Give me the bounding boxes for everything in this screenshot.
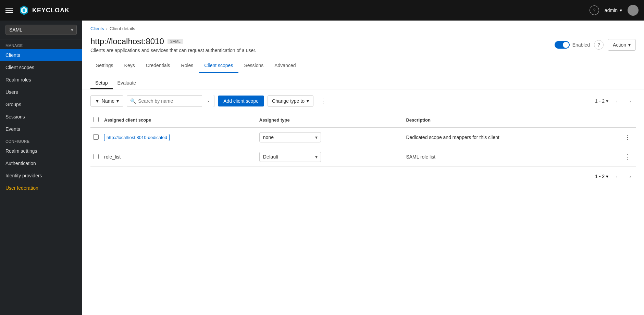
col-type-header: Assigned type: [257, 113, 404, 128]
realm-selector[interactable]: SAML: [0, 21, 82, 39]
help-icon[interactable]: ?: [590, 5, 599, 15]
tab-roles[interactable]: Roles: [176, 59, 199, 73]
sidebar-item-realm-roles[interactable]: Realm roles: [0, 74, 82, 86]
sidebar-item-user-federation-label: User federation: [5, 185, 38, 191]
sidebar-item-realm-settings[interactable]: Realm settings: [0, 145, 82, 157]
sidebar-item-clients-label: Clients: [5, 52, 20, 58]
pagination-dropdown-icon: ▾: [606, 98, 608, 104]
toolbar-pagination: 1 - 2 ▾ ‹ ›: [595, 96, 636, 106]
search-arrow-button[interactable]: ›: [202, 95, 214, 107]
action-button-label: Action: [613, 42, 626, 48]
client-scopes-table: Assigned client scope Assigned type Desc…: [90, 113, 636, 167]
row2-description-cell: SAML role list: [403, 147, 619, 167]
navbar-right: ? admin ▾: [590, 5, 639, 16]
pagination-next-button[interactable]: ›: [625, 96, 636, 106]
row2-type-select[interactable]: Default Optional none: [259, 152, 321, 162]
tab-sessions[interactable]: Sessions: [238, 59, 269, 73]
tab-client-scopes[interactable]: Client scopes: [199, 59, 238, 73]
page-subtitle: Clients are applications and services th…: [90, 48, 256, 53]
subtab-evaluate[interactable]: Evaluate: [113, 77, 141, 89]
table-container: Assigned client scope Assigned type Desc…: [82, 113, 644, 167]
row2-actions-cell: ⋮: [619, 147, 636, 167]
page-title-row: http://localhost:8010 SAML: [90, 37, 256, 46]
sidebar-item-identity-providers[interactable]: Identity providers: [0, 169, 82, 182]
row1-name-link[interactable]: http://localhost:8010-dedicated: [104, 134, 170, 141]
row2-type-cell: Default Optional none: [257, 147, 404, 167]
sidebar-item-sessions[interactable]: Sessions: [0, 111, 82, 123]
page-header-right: Enabled ? Action ▾: [555, 39, 636, 51]
action-help-icon[interactable]: ?: [594, 40, 604, 50]
row2-name-cell: role_list: [101, 147, 257, 167]
pagination-count-label: 1 - 2: [595, 98, 605, 104]
sidebar-item-authentication[interactable]: Authentication: [0, 157, 82, 169]
logo-text: KEYCLOAK: [32, 7, 70, 14]
sidebar: SAML Manage Clients Client scopes Realm …: [0, 21, 82, 315]
avatar[interactable]: [628, 5, 639, 16]
sidebar-item-user-federation[interactable]: User federation: [0, 182, 82, 194]
row1-type-select[interactable]: none Default Optional: [259, 132, 321, 142]
row1-checkbox[interactable]: [93, 134, 99, 140]
search-wrapper: 🔍 ›: [127, 95, 214, 107]
enabled-label: Enabled: [572, 42, 590, 48]
navbar: KEYCLOAK ? admin ▾: [0, 0, 644, 21]
filter-chevron-icon: ▾: [116, 98, 119, 104]
row1-actions-cell: ⋮: [619, 128, 636, 147]
enabled-toggle-wrapper: Enabled: [555, 41, 590, 49]
tab-keys[interactable]: Keys: [119, 59, 140, 73]
pagination-prev-button[interactable]: ‹: [611, 96, 622, 106]
row2-checkbox[interactable]: [93, 154, 99, 159]
change-type-button[interactable]: Change type to ▾: [268, 95, 313, 107]
bottom-pagination-prev-button[interactable]: ‹: [611, 171, 622, 182]
select-all-checkbox[interactable]: [93, 117, 99, 122]
row2-more-button[interactable]: ⋮: [622, 151, 633, 162]
bottom-pagination-count: 1 - 2 ▾: [595, 174, 608, 179]
table-row: http://localhost:8010-dedicated none Def…: [90, 128, 636, 147]
bottom-pagination-dropdown-icon: ▾: [606, 174, 608, 179]
page-badge: SAML: [168, 39, 183, 44]
change-type-chevron-icon: ▾: [307, 98, 309, 104]
logo: KEYCLOAK: [18, 5, 70, 16]
action-button[interactable]: Action ▾: [608, 39, 636, 51]
realm-dropdown[interactable]: SAML: [5, 25, 77, 35]
sidebar-section-manage: Manage Clients Client scopes Realm roles…: [0, 39, 82, 135]
sidebar-item-events-label: Events: [5, 126, 20, 132]
subtab-setup[interactable]: Setup: [90, 77, 113, 89]
user-menu[interactable]: admin ▾: [605, 8, 622, 13]
enabled-toggle[interactable]: [555, 41, 570, 49]
tabs-container: Settings Keys Credentials Roles Client s…: [82, 59, 644, 73]
row1-description-cell: Dedicated scope and mappers for this cli…: [403, 128, 619, 147]
bottom-pagination-count-label: 1 - 2: [595, 174, 605, 179]
add-client-scope-button[interactable]: Add client scope: [218, 96, 264, 106]
sidebar-item-client-scopes[interactable]: Client scopes: [0, 61, 82, 74]
sidebar-item-events[interactable]: Events: [0, 123, 82, 135]
row1-name-cell: http://localhost:8010-dedicated: [101, 128, 257, 147]
toolbar: ▼ Name ▾ 🔍 › Add client scope Change typ…: [82, 89, 644, 113]
breadcrumb: Clients › Client details: [82, 21, 644, 34]
search-input[interactable]: [127, 95, 202, 107]
tab-advanced[interactable]: Advanced: [269, 59, 301, 73]
sidebar-item-users[interactable]: Users: [0, 86, 82, 98]
tab-credentials[interactable]: Credentials: [140, 59, 176, 73]
filter-button[interactable]: ▼ Name ▾: [90, 95, 123, 107]
sidebar-item-users-label: Users: [5, 89, 18, 95]
sidebar-section-manage-label: Manage: [0, 39, 82, 49]
table-row: role_list Default Optional none: [90, 147, 636, 167]
navbar-left: KEYCLOAK: [5, 5, 70, 16]
keycloak-logo-icon: [18, 5, 29, 16]
sidebar-item-realm-roles-label: Realm roles: [5, 77, 31, 83]
page-title: http://localhost:8010: [90, 37, 164, 46]
row1-more-button[interactable]: ⋮: [622, 132, 633, 143]
tabs: Settings Keys Credentials Roles Client s…: [90, 59, 636, 73]
sidebar-item-groups[interactable]: Groups: [0, 98, 82, 111]
bottom-pagination-next-button[interactable]: ›: [625, 171, 636, 182]
row1-type-cell: none Default Optional: [257, 128, 404, 147]
hamburger-menu[interactable]: [5, 8, 13, 13]
pagination-count: 1 - 2 ▾: [595, 98, 608, 104]
sidebar-section-configure-label: Configure: [0, 135, 82, 145]
add-client-scope-label: Add client scope: [223, 98, 259, 104]
sidebar-item-clients[interactable]: Clients: [0, 49, 82, 61]
breadcrumb-clients-link[interactable]: Clients: [90, 26, 104, 31]
tab-settings[interactable]: Settings: [90, 59, 119, 73]
chevron-down-icon: ▾: [620, 8, 622, 13]
more-options-button[interactable]: ⋮: [317, 95, 329, 107]
